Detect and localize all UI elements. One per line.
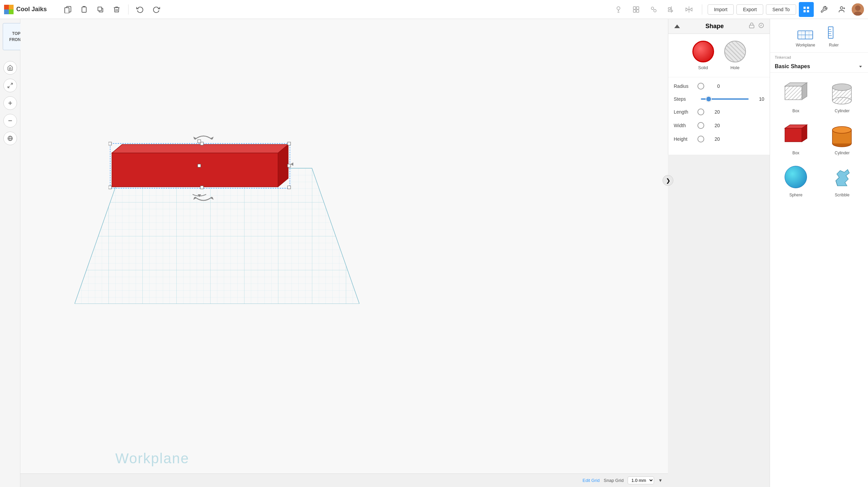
duplicate-button[interactable] [93,2,108,17]
shape-item-box-grey[interactable]: Box [773,76,818,117]
nav-buttons [3,60,17,145]
svg-marker-74 [859,66,862,67]
svg-marker-58 [674,24,680,28]
radius-radio[interactable] [697,83,704,90]
right-panel-top: Workplane Ruler [770,19,868,53]
svg-rect-50 [288,164,291,167]
delete-button[interactable] [109,2,124,17]
steps-row: Steps 10 [674,96,764,102]
tinkercad-source-label: Tinkercad [770,53,868,61]
align-button[interactable] [664,2,679,17]
svg-rect-49 [198,164,201,167]
tools-button[interactable] [816,2,831,17]
svg-point-21 [840,6,843,9]
topbar-right: Import Export Send To [611,2,864,17]
workplane-grid [75,100,359,304]
bottom-bar: Edit Grid Snap Grid 1.0 mm 0.5 mm 2.0 mm… [20,473,668,487]
add-user-button[interactable] [834,2,849,17]
lightbulb-button[interactable] [611,2,626,17]
sphere-thumb [782,163,809,191]
cylinder-grey-thumb [829,79,856,106]
shapes-dropdown[interactable]: Basic Shapes [770,61,868,73]
undo-button[interactable] [133,2,147,17]
svg-point-12 [654,9,656,12]
group-button[interactable] [646,2,661,17]
viewport[interactable]: Workplane [20,19,668,487]
hole-circle-icon [724,41,746,62]
home-view-button[interactable] [3,61,17,75]
svg-rect-69 [828,27,833,38]
height-radio[interactable] [697,136,704,142]
length-row: Length 20 [674,109,764,115]
width-row: Width 20 [674,122,764,129]
radius-row: Radius 0 [674,83,764,90]
cylinder-grey-label: Cylinder [835,109,850,113]
shape-panel-title: Shape [705,23,724,30]
ruler-icon [825,24,842,41]
redo-button[interactable] [149,2,164,17]
rotate-handle-bottom[interactable] [193,195,214,206]
hole-type-button[interactable]: Hole [724,41,746,70]
svg-point-92 [832,126,851,133]
shapes-button[interactable] [629,2,644,17]
shape-item-scribble[interactable]: Scribble [820,160,865,201]
svg-rect-1 [65,7,69,13]
toolbar [54,2,611,17]
width-value: 20 [708,123,720,128]
svg-rect-14 [668,7,671,9]
zoom-in-button[interactable] [3,96,17,110]
user-avatar[interactable] [852,3,864,16]
copy-button[interactable] [60,2,75,17]
steps-label: Steps [674,96,697,102]
workplane-tool-button[interactable]: Workplane [796,24,815,47]
box-red-label: Box [792,151,800,155]
svg-rect-9 [633,9,635,12]
import-button[interactable]: Import [708,4,734,15]
grid-view-button[interactable] [799,2,814,17]
export-button[interactable]: Export [736,4,763,15]
svg-point-84 [832,84,851,91]
shape-item-cylinder-orange[interactable]: Cylinder [820,118,865,159]
width-radio[interactable] [697,122,704,129]
panel-collapse-button[interactable]: ❯ [663,175,673,186]
panel-up-arrow[interactable] [674,23,680,30]
sphere-icon [785,166,807,188]
svg-rect-45 [108,186,112,189]
topbar: Cool Jaiks [0,0,868,19]
selected-shape[interactable] [112,141,295,195]
app-title: Cool Jaiks [16,6,47,13]
ruler-tool-button[interactable]: Ruler [825,24,842,47]
edit-grid-label[interactable]: Edit Grid [583,478,600,483]
shape-item-cylinder-grey[interactable]: Cylinder [820,76,865,117]
panel-help-button[interactable] [758,22,764,30]
width-label: Width [674,123,697,128]
snap-grid-label: Snap Grid [604,478,624,483]
steps-slider[interactable] [701,98,749,100]
svg-rect-20 [807,10,809,12]
svg-marker-85 [785,128,802,142]
svg-marker-75 [785,86,802,100]
shape-panel-wrapper: ❯ Shape Solid [668,19,770,487]
ruler-tool-label: Ruler [829,43,839,47]
shape-item-box-red[interactable]: Box [773,118,818,159]
zoom-out-button[interactable] [3,114,17,128]
panel-lock-button[interactable] [749,22,755,30]
solid-type-button[interactable]: Solid [692,41,714,70]
shape-item-sphere[interactable]: Sphere [773,160,818,201]
svg-rect-38 [112,153,278,187]
orientation-button[interactable] [3,132,17,145]
length-label: Length [674,109,697,115]
paste-button[interactable] [77,2,92,17]
snap-grid-select[interactable]: 1.0 mm 0.5 mm 2.0 mm [628,476,654,484]
svg-rect-2 [82,7,86,12]
length-radio[interactable] [697,109,704,115]
rotate-handle-top[interactable] [193,131,214,141]
mirror-button[interactable] [682,2,696,17]
svg-rect-4 [98,7,102,11]
shapes-dropdown-label: Basic Shapes [775,63,810,70]
scribble-thumb [829,163,856,191]
svg-marker-53 [291,162,293,166]
send-to-button[interactable]: Send To [766,4,796,15]
snap-arrow[interactable]: ▼ [658,478,663,483]
fit-view-button[interactable] [3,79,17,92]
